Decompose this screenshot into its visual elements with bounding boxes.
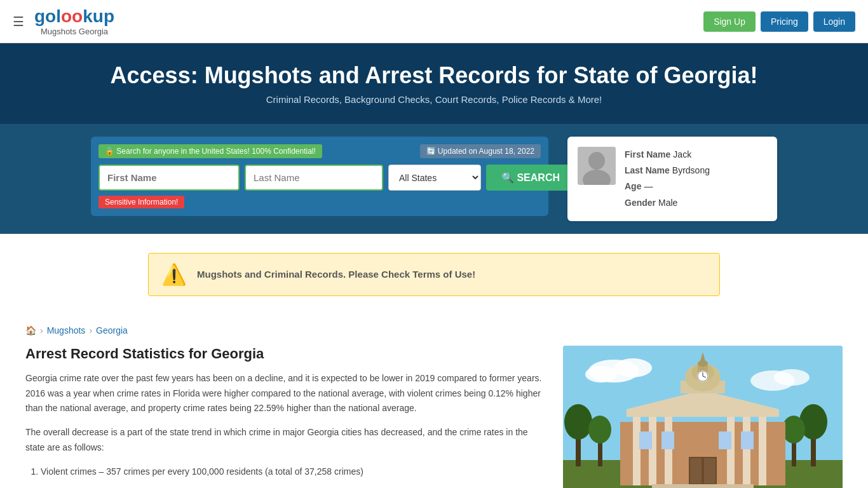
search-inputs: All StatesAlabamaAlaskaArizonaArkansasCa… xyxy=(98,165,541,191)
svg-point-5 xyxy=(614,358,652,377)
breadcrumb-sep2: › xyxy=(89,325,92,336)
search-box: 🔒 Search for anyone in the United States… xyxy=(91,137,548,216)
article-paragraph-2: The overall decrease is a part of the st… xyxy=(25,425,544,456)
person-lastname: Last NameByrdsong xyxy=(625,163,710,179)
first-name-input[interactable] xyxy=(98,165,240,191)
sensitive-info-badge: Sensitive Information! xyxy=(98,196,541,208)
svg-rect-25 xyxy=(759,412,766,485)
svg-rect-39 xyxy=(690,458,702,484)
person-gender: GenderMale xyxy=(625,195,710,211)
svg-point-11 xyxy=(564,404,592,440)
person-age: Age— xyxy=(625,179,710,194)
person-firstname: First NameJack xyxy=(625,147,710,163)
last-name-input[interactable] xyxy=(245,165,383,191)
breadcrumb-sep1: › xyxy=(40,325,43,336)
hero-title: Access: Mugshots and Arrest Records for … xyxy=(13,62,855,89)
warning-wrapper: ⚠️ Mugshots and Criminal Records. Please… xyxy=(0,234,868,315)
article-list: Violent crimes – 357 crimes per every 10… xyxy=(41,464,544,480)
breadcrumb: 🏠 › Mugshots › Georgia xyxy=(25,325,843,336)
svg-point-17 xyxy=(782,416,805,444)
sensitive-label: Sensitive Information! xyxy=(98,196,184,208)
list-item: Violent crimes – 357 crimes per every 10… xyxy=(41,464,544,480)
svg-rect-45 xyxy=(652,484,754,488)
breadcrumb-home[interactable]: 🏠 xyxy=(25,325,36,336)
hero-subtitle: Criminal Records, Background Checks, Cou… xyxy=(13,94,855,105)
logo-subtitle: Mugshots Georgia xyxy=(41,27,108,36)
svg-rect-43 xyxy=(719,431,731,449)
article-paragraph-1: Georgia crime rate over the past few yea… xyxy=(25,371,544,416)
article-title: Arrest Record Statistics for Georgia xyxy=(25,346,544,362)
breadcrumb-mugshots[interactable]: Mugshots xyxy=(47,325,86,336)
hamburger-menu[interactable]: ☰ xyxy=(13,14,24,29)
svg-point-13 xyxy=(588,416,611,444)
warning-bar: ⚠️ Mugshots and Criminal Records. Please… xyxy=(148,253,720,296)
warning-icon: ⚠️ xyxy=(161,262,187,287)
login-button[interactable]: Login xyxy=(813,11,855,32)
main-content: Arrest Record Statistics for Georgia Geo… xyxy=(25,346,843,488)
image-panel xyxy=(563,346,843,488)
search-section: 🔒 Search for anyone in the United States… xyxy=(0,124,868,234)
logo-text: golookup xyxy=(34,6,114,27)
svg-rect-44 xyxy=(741,431,754,449)
article-text: Arrest Record Statistics for Georgia Geo… xyxy=(25,346,544,488)
person-info: First NameJack Last NameByrdsong Age— Ge… xyxy=(625,147,710,211)
svg-point-8 xyxy=(774,369,810,386)
warning-text: Mugshots and Criminal Records. Please Ch… xyxy=(197,269,475,280)
breadcrumb-georgia[interactable]: Georgia xyxy=(96,325,128,336)
logo[interactable]: golookup Mugshots Georgia xyxy=(34,6,114,36)
svg-rect-26 xyxy=(627,409,779,417)
confidential-badge: 🔒 Search for anyone in the United States… xyxy=(98,144,322,158)
person-avatar xyxy=(578,147,616,185)
svg-point-6 xyxy=(585,366,617,383)
svg-rect-42 xyxy=(661,431,674,449)
person-card: First NameJack Last NameByrdsong Age— Ge… xyxy=(567,137,777,221)
pricing-button[interactable]: Pricing xyxy=(761,11,808,32)
search-button[interactable]: 🔍 SEARCH xyxy=(486,165,575,191)
courthouse-image xyxy=(563,346,843,488)
state-select[interactable]: All StatesAlabamaAlaskaArizonaArkansasCa… xyxy=(388,165,481,191)
header-left: ☰ golookup Mugshots Georgia xyxy=(13,6,114,36)
svg-point-1 xyxy=(588,152,605,170)
svg-rect-41 xyxy=(639,431,652,449)
header-nav: Sign Up Pricing Login xyxy=(703,11,855,32)
signup-button[interactable]: Sign Up xyxy=(703,11,756,32)
svg-rect-40 xyxy=(704,458,715,484)
updated-badge: 🔄 Updated on August 18, 2022 xyxy=(420,144,541,158)
hero-section: Access: Mugshots and Arrest Records for … xyxy=(0,43,868,124)
content-area: 🏠 › Mugshots › Georgia Arrest Record Sta… xyxy=(0,315,868,488)
search-top-bar: 🔒 Search for anyone in the United States… xyxy=(98,144,541,158)
site-header: ☰ golookup Mugshots Georgia Sign Up Pric… xyxy=(0,0,868,43)
